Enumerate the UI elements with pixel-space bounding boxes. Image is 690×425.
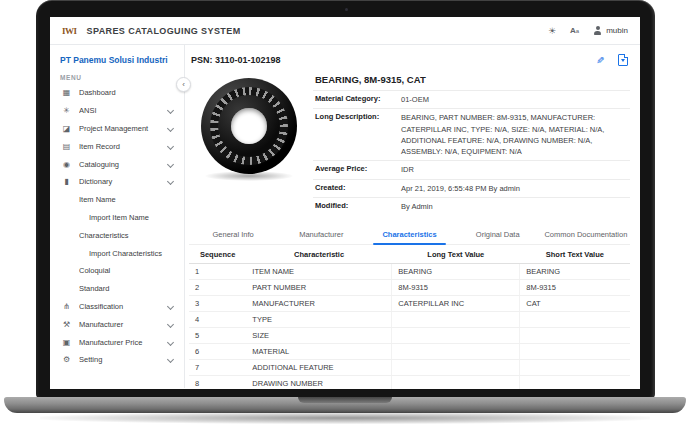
detail-value: 01-OEM — [401, 94, 628, 105]
table-cell: 5 — [189, 328, 246, 344]
table-cell: DRAWING NUMBER — [246, 376, 392, 390]
project-management-icon: ◪ — [60, 124, 73, 133]
table-cell — [392, 376, 520, 390]
tab-manufacturer[interactable]: Manufacturer — [277, 224, 365, 244]
translate-icon[interactable]: Aa — [570, 26, 579, 35]
table-cell: 8M-9315 — [520, 280, 630, 296]
table-cell: MANUFACTURER — [246, 296, 392, 312]
brightness-icon[interactable]: ☀ — [548, 26, 556, 36]
table-cell: 1 — [189, 264, 246, 280]
app-logo: IWI — [62, 26, 77, 36]
table-cell: CATERPILLAR INC — [392, 296, 520, 312]
detail-row: Long Description: BEARING, PART NUMBER: … — [313, 108, 630, 160]
product-title: BEARING, 8M-9315, CAT — [315, 74, 630, 85]
sidebar-item-ansi[interactable]: ✳ ANSI — [50, 102, 184, 120]
table-row: 8 DRAWING NUMBER — [189, 376, 630, 390]
sidebar-item-cataloguing[interactable]: ◉ Cataloguing — [50, 155, 184, 173]
table-cell — [392, 328, 520, 344]
table-cell: 6 — [189, 344, 246, 360]
table-cell: MATERIAL — [246, 344, 392, 360]
tab-general-info[interactable]: General Info — [189, 224, 277, 244]
table-cell: SIZE — [246, 328, 392, 344]
detail-value: By Admin — [401, 201, 628, 212]
detail-row: Average Price: IDR — [313, 160, 630, 178]
table-cell: 4 — [189, 312, 246, 328]
setting-icon: ⚙ — [60, 355, 73, 364]
column-header: Characteristic — [246, 246, 392, 264]
chevron-down-icon — [167, 143, 174, 150]
table-cell: PART NUMBER — [246, 280, 392, 296]
table-cell: 3 — [189, 296, 246, 312]
chevron-down-icon — [167, 356, 174, 363]
table-cell: TYPE — [246, 312, 392, 328]
sidebar-item-dashboard[interactable]: ▦ Dashboard — [50, 84, 184, 102]
sidebar-item-item-name[interactable]: Item Name — [50, 191, 184, 209]
sidebar-item-project-management[interactable]: ◪ Project Management — [50, 120, 184, 138]
sidebar-collapse-button[interactable]: ‹ — [176, 77, 191, 92]
table-cell: 2 — [189, 280, 246, 296]
table-cell: 8M-9315 — [392, 280, 520, 296]
manufacturer-icon: ⚒ — [60, 320, 73, 329]
sidebar-item-characteristics[interactable]: Characteristics — [50, 226, 184, 244]
table-row: 2 PART NUMBER 8M-9315 8M-9315 — [189, 280, 630, 296]
ansi-icon: ✳ — [60, 106, 73, 115]
laptop-base — [4, 397, 686, 413]
sidebar-item-manufacturer-price[interactable]: ▣ Manufacturer Price — [50, 333, 184, 351]
sidebar-item-coloquial[interactable]: Coloquial — [50, 262, 184, 280]
manufacturer-price-icon: ▣ — [60, 338, 73, 347]
tab-original-data[interactable]: Original Data — [454, 224, 542, 244]
edit-pencil-icon[interactable]: ✎ — [596, 55, 604, 66]
table-cell — [520, 360, 630, 376]
dictionary-icon: ▮ — [60, 177, 73, 186]
table-cell: ITEM NAME — [246, 264, 392, 280]
table-row: 5 SIZE — [189, 328, 630, 344]
export-document-icon[interactable] — [618, 54, 628, 66]
main-content: PSN: 3110-01-102198 ✎ — [185, 45, 640, 388]
sidebar-item-import-characteristics[interactable]: Import Characteristics — [50, 244, 184, 262]
chevron-down-icon — [167, 339, 174, 346]
table-header-row: SequenceCharacteristicLong Text ValueSho… — [189, 246, 630, 264]
table-cell — [392, 312, 520, 328]
sidebar-item-setting[interactable]: ⚙ Setting — [50, 351, 184, 369]
table-cell: ADDITIONAL FEATURE — [246, 360, 392, 376]
menu-label: MENU — [60, 74, 82, 81]
sidebar-item-manufacturer[interactable]: ⚒ Manufacturer — [50, 315, 184, 333]
classification-icon: ⋔ — [60, 302, 73, 311]
detail-row: Material Category: 01-OEM — [313, 90, 630, 108]
table-row: 6 MATERIAL — [189, 344, 630, 360]
tabs: General InfoManufacturerCharacteristicsO… — [189, 224, 630, 245]
table-row: 3 MANUFACTURER CATERPILLAR INC CAT — [189, 296, 630, 312]
tab-characteristics[interactable]: Characteristics — [365, 224, 453, 244]
sidebar-item-classification[interactable]: ⋔ Classification — [50, 298, 184, 316]
column-header: Short Text Value — [520, 246, 630, 264]
table-row: 7 ADDITIONAL FEATURE — [189, 360, 630, 376]
tab-common-documentation[interactable]: Common Documentation — [542, 224, 630, 244]
psn-label: PSN: 3110-01-102198 — [191, 55, 281, 65]
tab-label: General Info — [212, 230, 253, 239]
sidebar-item-dictionary[interactable]: ▮ Dictionary — [50, 173, 184, 191]
user-icon — [593, 26, 602, 35]
detail-label: Material Category: — [315, 94, 401, 105]
detail-label: Created: — [315, 183, 401, 194]
table-cell — [392, 344, 520, 360]
sidebar-item-standard[interactable]: Standard — [50, 280, 184, 298]
user-menu[interactable]: mubin — [593, 26, 628, 35]
webcam-dot — [345, 8, 348, 11]
tab-label: Common Documentation — [544, 230, 627, 239]
tab-label: Original Data — [476, 230, 520, 239]
chevron-down-icon — [167, 303, 174, 310]
sidebar-item-item-record[interactable]: ▤ Item Record — [50, 137, 184, 155]
product-image-bearing — [201, 78, 297, 174]
detail-label: Long Description: — [315, 112, 401, 157]
sidebar-item-import-item-name[interactable]: Import Item Name — [50, 209, 184, 227]
app-topbar: IWI SPARES CATALOGUING SYSTEM ☀ Aa mubin — [50, 17, 640, 45]
detail-row: Modified: By Admin — [313, 197, 630, 215]
table-cell: CAT — [520, 296, 630, 312]
detail-label: Modified: — [315, 201, 401, 212]
chevron-down-icon — [167, 107, 174, 114]
detail-row: Created: Apr 21, 2019, 6:55:48 PM By adm… — [313, 179, 630, 197]
user-name: mubin — [606, 26, 628, 35]
table-cell: BEARING — [520, 264, 630, 280]
organization-name: PT Panemu Solusi Industri — [50, 52, 184, 71]
chevron-down-icon — [167, 125, 174, 132]
